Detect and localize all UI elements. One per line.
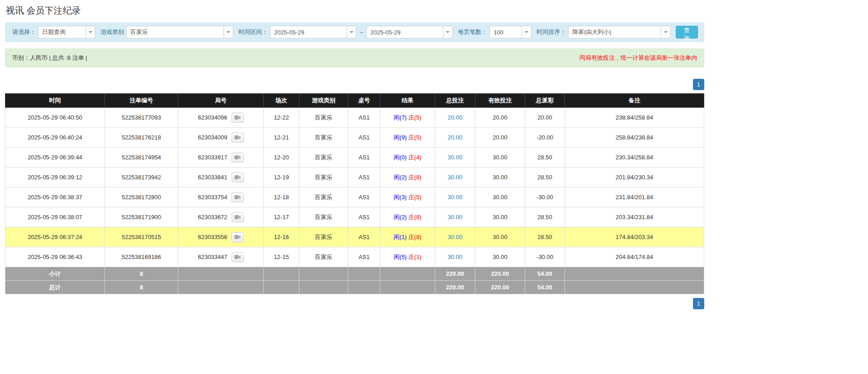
- bet-no-cell: 522538176218: [105, 128, 178, 148]
- total-bet-link[interactable]: 20.00: [448, 114, 463, 121]
- result-cell: 闲(0) 庄(4): [380, 148, 435, 168]
- bet-no-cell: 522538174954: [105, 148, 178, 168]
- session-cell: 12-16: [264, 227, 299, 247]
- query-type-dropdown[interactable]: 日期查询: [38, 26, 95, 38]
- time-range-label: 时间区间：: [238, 28, 268, 36]
- total-bet-cell: 30.00: [435, 187, 475, 207]
- table-row: 2025-05-29 06:38:07 522538171900 6230336…: [5, 207, 704, 227]
- page-1-button[interactable]: 1: [693, 298, 704, 309]
- empty-cell: [348, 267, 380, 281]
- empty-cell: [178, 267, 264, 281]
- game-cell: 百家乐: [299, 108, 348, 128]
- table-row: 2025-05-29 06:36:43 522538169186 6230334…: [5, 247, 704, 267]
- payout-cell: 28.50: [525, 148, 565, 168]
- note-cell: 203.34/231.84: [565, 207, 704, 227]
- time-cell: 2025-05-29 06:38:37: [5, 187, 105, 207]
- video-replay-button[interactable]: [232, 133, 244, 143]
- header-valid-bet: 有效投注: [475, 94, 525, 108]
- valid-bet-cell: 30.00: [475, 148, 525, 168]
- video-replay-button[interactable]: [232, 232, 244, 242]
- header-time: 时间: [5, 94, 105, 108]
- total-bet-link[interactable]: 30.00: [448, 254, 463, 260]
- page-1-button[interactable]: 1: [693, 79, 704, 90]
- video-replay-button[interactable]: [232, 173, 244, 182]
- result-banker: 庄(5): [408, 114, 422, 121]
- video-replay-button[interactable]: [232, 212, 244, 222]
- chevron-down-icon[interactable]: [522, 26, 531, 38]
- bet-no-cell: 522538170515: [105, 227, 178, 247]
- round-no-cell: 623033447: [178, 247, 264, 267]
- subtotal-label: 小计: [5, 267, 105, 281]
- time-cell: 2025-05-29 06:40:50: [5, 108, 105, 128]
- payout-cell: -20.00: [525, 128, 565, 148]
- result-banker: 庄(8): [408, 174, 422, 181]
- total-valid-bet: 220.00: [475, 281, 525, 294]
- round-no-value: 623033556: [198, 234, 227, 240]
- note-cell: 230.34/258.84: [565, 148, 704, 168]
- result-banker: 庄(4): [408, 154, 422, 161]
- video-camera-icon: [234, 135, 241, 140]
- result-banker: 庄(8): [408, 234, 422, 240]
- video-camera-icon: [234, 155, 241, 160]
- notice-text: 同局有效投注，统一计算在该局第一张注单内: [579, 54, 697, 62]
- round-no-cell: 623034096: [178, 108, 264, 128]
- total-bet-link[interactable]: 30.00: [448, 154, 463, 161]
- valid-bet-cell: 30.00: [475, 207, 525, 227]
- note-cell: 238.84/258.84: [565, 108, 704, 128]
- total-bet-link[interactable]: 30.00: [448, 214, 463, 221]
- chevron-down-icon[interactable]: [85, 26, 95, 38]
- empty-cell: [380, 281, 435, 294]
- game-type-value: 百家乐: [127, 28, 223, 36]
- video-camera-icon: [234, 254, 241, 259]
- valid-bet-cell: 30.00: [475, 227, 525, 247]
- date-from-value: 2025-05-29: [270, 29, 346, 36]
- round-no-cell: 623034009: [178, 128, 264, 148]
- summary-bar: 币别：人民币 | 总共 :8 注单 | 同局有效投注，统一计算在该局第一张注单内: [5, 48, 704, 67]
- game-type-dropdown[interactable]: 百家乐: [126, 26, 233, 38]
- payout-cell: -30.00: [525, 247, 565, 267]
- note-cell: 231.84/201.84: [565, 187, 704, 207]
- per-page-dropdown[interactable]: 100: [489, 26, 531, 38]
- subtotal-row: 小计 8 220.00 220.00 54.00: [5, 267, 704, 281]
- result-banker: 庄(8): [408, 214, 422, 221]
- table-row: 2025-05-29 06:40:50 522538177093 6230340…: [5, 108, 704, 128]
- chevron-down-icon[interactable]: [223, 26, 233, 38]
- video-replay-button[interactable]: [232, 153, 244, 163]
- table-no-cell: AS1: [348, 187, 380, 207]
- search-button[interactable]: 查询: [676, 26, 698, 38]
- video-replay-button[interactable]: [232, 113, 244, 123]
- total-bet-link[interactable]: 30.00: [448, 234, 463, 240]
- query-type-value: 日期查询: [38, 28, 85, 36]
- game-cell: 百家乐: [299, 227, 348, 247]
- chevron-down-icon[interactable]: [661, 26, 670, 38]
- video-camera-icon: [234, 195, 241, 200]
- result-cell: 闲(2) 庄(8): [380, 207, 435, 227]
- total-payout: 54.00: [525, 281, 565, 294]
- table-no-cell: AS1: [348, 207, 380, 227]
- header-bet-no: 注单编号: [105, 94, 178, 108]
- result-cell: 闲(2) 庄(8): [380, 168, 435, 187]
- total-bet-cell: 20.00: [435, 128, 475, 148]
- chevron-down-icon[interactable]: [443, 26, 452, 38]
- video-replay-button[interactable]: [232, 252, 244, 262]
- valid-bet-cell: 20.00: [475, 128, 525, 148]
- date-range-separator: ~: [360, 29, 363, 36]
- bet-no-cell: 522538177093: [105, 108, 178, 128]
- total-bet-link[interactable]: 30.00: [448, 194, 463, 201]
- total-bet-cell: 20.00: [435, 108, 475, 128]
- round-no-cell: 623033841: [178, 168, 264, 187]
- chevron-down-icon[interactable]: [346, 26, 356, 38]
- round-no-value: 623033672: [198, 214, 227, 221]
- video-replay-button[interactable]: [232, 192, 244, 202]
- page-container: 视讯 会员下注纪录 请选择： 日期查询 游戏类别 百家乐 时间区间： 2025-…: [5, 0, 704, 309]
- result-banker: 庄(5): [408, 134, 422, 141]
- pagination-bottom: 1: [5, 298, 704, 309]
- date-to-input[interactable]: 2025-05-29: [366, 26, 453, 38]
- video-camera-icon: [234, 215, 241, 220]
- total-label: 总计: [5, 281, 105, 294]
- result-player: 闲(5): [394, 254, 407, 260]
- total-bet-link[interactable]: 30.00: [448, 174, 463, 181]
- date-from-input[interactable]: 2025-05-29: [270, 26, 356, 38]
- sort-dropdown[interactable]: 降幂(由大到小): [568, 26, 670, 38]
- total-bet-link[interactable]: 20.00: [448, 134, 463, 141]
